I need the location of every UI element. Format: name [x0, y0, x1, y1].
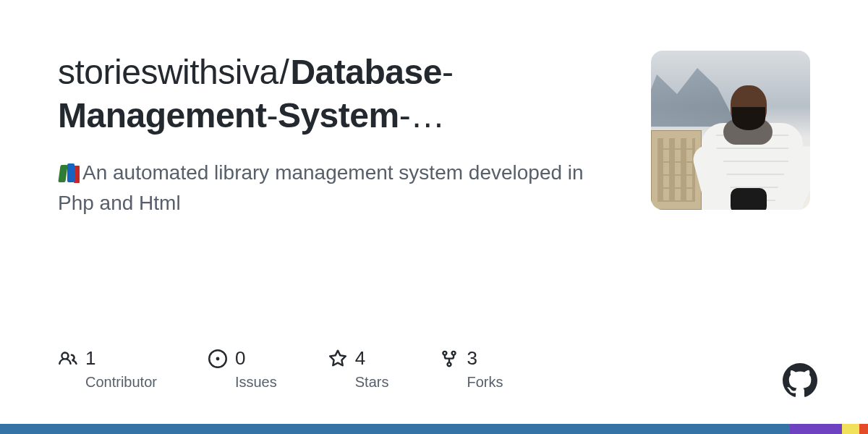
stars-stat[interactable]: 4 Stars: [328, 347, 389, 391]
repo-description: An automated library management system d…: [58, 158, 622, 218]
avatar[interactable]: [651, 51, 810, 210]
stars-label: Stars: [355, 374, 389, 391]
github-logo-icon[interactable]: [783, 363, 817, 398]
stars-count: 4: [355, 347, 365, 370]
contributors-count: 1: [85, 347, 95, 370]
people-icon: [58, 349, 78, 369]
issues-label: Issues: [235, 374, 277, 391]
language-segment: [842, 424, 859, 434]
forks-label: Forks: [467, 374, 503, 391]
issues-count: 0: [235, 347, 245, 370]
forks-count: 3: [467, 347, 477, 370]
language-segment: [0, 424, 790, 434]
repo-title[interactable]: storieswithsiva/Database-Management-Syst…: [58, 51, 622, 137]
contributors-label: Contributor: [85, 374, 157, 391]
repo-name-part-3: System: [278, 96, 399, 135]
star-icon: [328, 349, 348, 369]
repo-name-part-1: Database: [290, 53, 441, 91]
repo-name-part-2: Management: [58, 96, 266, 135]
language-segment: [790, 424, 842, 434]
forks-stat[interactable]: 3 Forks: [439, 347, 503, 391]
repo-stats: 1 Contributor 0 Issues 4 Stars 3 Forks: [58, 347, 503, 391]
repo-slash: /: [280, 53, 289, 91]
repo-name-ellipsis: …: [410, 96, 445, 135]
language-bar: [0, 424, 868, 434]
contributors-stat[interactable]: 1 Contributor: [58, 347, 157, 391]
books-icon: [58, 162, 78, 182]
language-segment: [859, 424, 868, 434]
issues-stat[interactable]: 0 Issues: [208, 347, 277, 391]
issue-icon: [208, 349, 228, 369]
description-text: An automated library management system d…: [58, 161, 584, 214]
fork-icon: [439, 349, 459, 369]
repo-owner: storieswithsiva: [58, 53, 278, 91]
